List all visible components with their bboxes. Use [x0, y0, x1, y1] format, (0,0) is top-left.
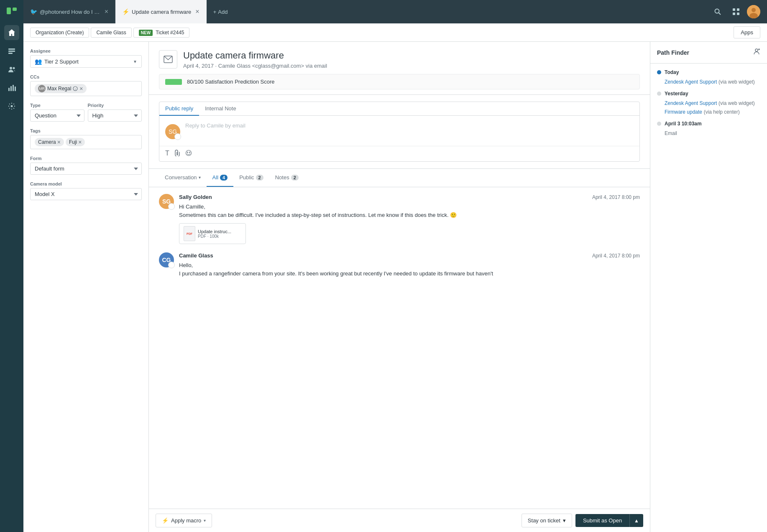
reply-textarea[interactable]: Reply to Camile by email	[185, 119, 634, 144]
assignee-value: Tier 2 Support	[44, 59, 79, 65]
close-tab-button[interactable]: ×	[195, 8, 199, 15]
nav-users[interactable]	[4, 62, 19, 77]
attach-icon[interactable]	[174, 150, 180, 158]
timeline-dot-yesterday	[657, 92, 661, 96]
stay-on-ticket-button[interactable]: Stay on ticket ▾	[522, 514, 572, 527]
svg-point-28	[755, 49, 758, 51]
svg-point-12	[11, 105, 13, 107]
tab-firmware[interactable]: ⚡ Update camera firmware ×	[115, 0, 207, 23]
svg-rect-0	[4, 3, 19, 18]
path-finder-icon[interactable]	[753, 48, 760, 57]
camera-model-select[interactable]: Model X	[30, 188, 142, 200]
svg-rect-1	[7, 8, 11, 14]
search-button[interactable]	[710, 4, 725, 19]
timeline-item: Email	[665, 130, 760, 136]
zendesk-link-yesterday[interactable]: Zendesk Agent Support	[665, 100, 717, 106]
submit-button[interactable]: Submit as Open	[575, 514, 629, 527]
reply-tab-internal[interactable]: Internal Note	[199, 102, 242, 116]
apply-macro-button[interactable]: ⚡ Apply macro ▾	[156, 514, 212, 527]
type-priority-group: Type Question Priority High	[30, 103, 142, 122]
via-help-center: (via help center)	[704, 109, 740, 115]
ccs-field: CCs MR Max Regal i ×	[30, 74, 142, 96]
cc-avatar: MR	[38, 85, 46, 92]
right-panel: Path Finder	[650, 42, 767, 532]
tab-twitter[interactable]: 🐦 @photonerd How do I reset... ×	[23, 0, 115, 23]
camile-avatar: CG ✉	[159, 252, 174, 267]
camile-msg-line1: Hello,	[179, 261, 640, 270]
add-tab-button[interactable]: + + Add Add	[207, 9, 235, 15]
conversation-arrow-icon: ▾	[199, 175, 201, 180]
sec-tab-ticket[interactable]: NEW Ticket #2445	[133, 28, 190, 38]
sally-message-content: Sally Golden April 4, 2017 8:00 pm Hi Ca…	[179, 194, 640, 244]
svg-rect-18	[737, 13, 739, 15]
attachment-meta: PDF · 100k	[198, 234, 231, 239]
tabs-bar: 🐦 @photonerd How do I reset... × ⚡ Updat…	[23, 0, 767, 23]
form-select[interactable]: Default form	[30, 163, 142, 175]
tab-label: Update camera firmware	[132, 9, 191, 15]
svg-line-14	[719, 13, 721, 15]
satisfaction-score-bar	[165, 79, 182, 85]
sec-tab-camile[interactable]: Camile Glass	[91, 28, 131, 38]
plus-icon: +	[213, 9, 217, 15]
nav-reports[interactable]	[4, 80, 19, 95]
tags-container[interactable]: Camera × Fuji ×	[30, 135, 142, 149]
user-avatar[interactable]	[747, 5, 760, 18]
assignee-dropdown[interactable]: 👥 Tier 2 Support ▼	[30, 55, 142, 68]
path-finder-title: Path Finder	[657, 49, 689, 56]
cc-info-icon[interactable]: i	[73, 86, 78, 91]
nav-settings[interactable]	[4, 99, 19, 114]
tabs-right	[710, 4, 767, 19]
ticket-icon: ⚡	[122, 8, 129, 15]
sec-tab-org[interactable]: Organization (Create)	[30, 28, 89, 38]
type-select[interactable]: Question	[30, 109, 84, 122]
text-format-icon[interactable]: T	[165, 150, 169, 158]
nav-tickets[interactable]	[4, 43, 19, 59]
camera-model-field: Camera model Model X	[30, 181, 142, 200]
tag-remove-button[interactable]: ×	[78, 139, 82, 145]
filter-public[interactable]: Public 2	[233, 169, 269, 187]
mail-icon	[159, 50, 177, 69]
conversation-filter-bar: Conversation ▾ All 4 Public 2 Notes 2	[149, 169, 650, 187]
ccs-input[interactable]: MR Max Regal i ×	[30, 81, 142, 96]
camile-author: Camile Glass	[179, 252, 213, 259]
message-item: CG ✉ Camile Glass April 4, 2017 8:00 pm …	[159, 252, 640, 277]
ticket-title: Update camera firmware	[183, 50, 327, 61]
april3-items: Email	[657, 130, 760, 136]
svg-point-6	[10, 67, 12, 69]
svg-rect-3	[8, 48, 15, 50]
filter-notes[interactable]: Notes 2	[269, 169, 304, 187]
reply-tab-public[interactable]: Public reply	[159, 102, 199, 116]
cc-tag: MR Max Regal i ×	[35, 84, 87, 93]
content-area: Assignee 👥 Tier 2 Support ▼ CCs MR Max R…	[23, 42, 767, 532]
reply-area: Public reply Internal Note SG ✉	[149, 95, 650, 169]
yesterday-items: Zendesk Agent Support (via web widget) F…	[657, 100, 760, 115]
cc-remove-button[interactable]: ×	[79, 85, 83, 92]
app-container: 🐦 @photonerd How do I reset... × ⚡ Updat…	[0, 0, 767, 532]
submit-dropdown-button[interactable]: ▲	[629, 514, 643, 527]
messages-list: SG ✉ Sally Golden April 4, 2017 8:00 pm …	[149, 187, 650, 509]
logo[interactable]	[4, 3, 19, 18]
svg-rect-17	[733, 13, 735, 15]
svg-rect-10	[13, 85, 14, 91]
zendesk-link-today[interactable]: Zendesk Agent Support	[665, 79, 717, 85]
camile-msg-line2: I purchased a rangefinder camera from yo…	[179, 270, 640, 278]
emoji-icon[interactable]	[185, 150, 192, 158]
priority-select[interactable]: High	[88, 109, 142, 122]
apps-button[interactable]: Apps	[734, 26, 760, 38]
filter-all[interactable]: All 4	[207, 169, 234, 187]
tag-label: Fuji	[69, 139, 77, 145]
tag-remove-button[interactable]: ×	[57, 139, 61, 145]
tag-camera: Camera ×	[35, 138, 64, 146]
sally-attachment[interactable]: PDF Update instruc... PDF · 100k	[179, 223, 246, 244]
camile-message-content: Camile Glass April 4, 2017 8:00 pm Hello…	[179, 252, 640, 277]
camile-message-body: Hello, I purchased a rangefinder camera …	[179, 261, 640, 277]
type-priority-row: Type Question Priority High	[30, 103, 142, 122]
main-area: 🐦 @photonerd How do I reset... × ⚡ Updat…	[23, 0, 767, 532]
timeline-april3: April 3 10:03am Email	[657, 121, 760, 136]
filter-conversation[interactable]: Conversation ▾	[159, 169, 207, 187]
firmware-update-link[interactable]: Firmware update	[665, 109, 702, 115]
filter-conversation-label: Conversation	[165, 174, 197, 181]
nav-home[interactable]	[4, 25, 19, 40]
grid-button[interactable]	[729, 4, 744, 19]
close-tab-button[interactable]: ×	[105, 8, 108, 15]
